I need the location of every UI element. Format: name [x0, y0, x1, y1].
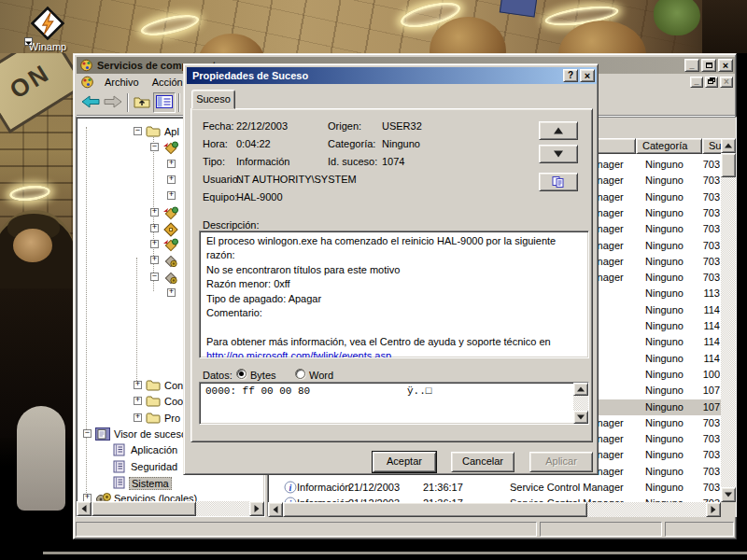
scroll-up-button[interactable] — [573, 383, 588, 396]
menu-archivo[interactable]: Archivo — [98, 75, 146, 90]
tree-expand-toggle[interactable]: − — [150, 273, 159, 281]
tree-expand-toggle[interactable]: + — [150, 224, 159, 232]
log-icon — [112, 443, 129, 457]
radio-bytes[interactable] — [236, 369, 247, 379]
tree-expand-toggle[interactable]: − — [83, 429, 92, 438]
scroll-down-button[interactable] — [573, 411, 588, 424]
wallpaper-artwork-top — [0, 0, 747, 53]
event-row[interactable]: iInformación21/12/200321:36:17Service Co… — [269, 496, 722, 502]
forward-button[interactable] — [102, 92, 124, 113]
cell-category: Ninguno — [645, 415, 684, 431]
cell-event-id: 703 — [683, 415, 720, 431]
tree-item[interactable]: Sistema — [77, 475, 264, 491]
hex-ascii: ÿ..□ — [407, 385, 431, 397]
close-button[interactable]: × — [718, 59, 733, 72]
status-section — [665, 522, 734, 537]
cell-event-id: 113 — [683, 286, 720, 301]
child-restore-button[interactable] — [705, 77, 718, 88]
dialog-titlebar[interactable]: Propiedades de Suceso ? × — [187, 67, 597, 84]
tree-expand-toggle[interactable]: + — [167, 160, 176, 168]
child-close-button[interactable]: × — [720, 77, 733, 88]
description-label: Descripción: — [203, 219, 260, 231]
field-label: Categoría: — [328, 138, 375, 149]
cell-category: Ninguno — [645, 173, 684, 189]
tree-expand-toggle[interactable]: + — [150, 208, 159, 217]
scroll-right-button[interactable] — [706, 502, 721, 517]
tree-expand-toggle[interactable]: + — [150, 256, 159, 264]
status-bar — [76, 520, 736, 539]
tree-expand-toggle[interactable]: − — [150, 143, 159, 151]
cell-date: 21/12/2003 — [348, 496, 400, 502]
event-category: Ninguno — [382, 138, 420, 149]
scroll-left-button[interactable] — [268, 502, 283, 517]
maximize-button[interactable] — [701, 59, 716, 72]
cell-category: Ninguno — [645, 431, 684, 447]
scrollbar-thumb[interactable] — [92, 501, 196, 516]
radio-bytes-label[interactable]: Bytes — [250, 370, 276, 381]
previous-event-button[interactable] — [539, 121, 578, 140]
radio-word[interactable] — [295, 369, 305, 379]
show-console-tree-button[interactable] — [153, 92, 176, 113]
scroll-right-button[interactable] — [249, 501, 264, 516]
field-label: Usuario: — [203, 174, 241, 185]
data-hex-box[interactable]: 0000: ff 00 00 80 ÿ..□ — [199, 382, 589, 425]
cell-event-id: 100 — [683, 367, 720, 383]
radio-word-label[interactable]: Word — [309, 370, 333, 381]
help-button[interactable]: ? — [563, 69, 578, 82]
tree-expand-toggle[interactable]: + — [134, 413, 142, 422]
dialog-close-button[interactable]: × — [580, 69, 595, 82]
cell-time: 21:36:17 — [423, 480, 463, 496]
cell-category: Ninguno — [645, 480, 684, 496]
description-box[interactable]: El proceso winlogon.exe ha comenzado el … — [199, 231, 589, 358]
event-row[interactable]: iInformación21/12/200321:36:17Service Co… — [269, 480, 722, 496]
list-horizontal-scrollbar[interactable] — [268, 502, 721, 517]
svg-text:i: i — [289, 483, 292, 493]
events-help-link[interactable]: http://go.microsoft.com/fwlink/events.as… — [206, 350, 391, 358]
tree-expand-toggle[interactable]: + — [167, 175, 176, 184]
cell-event-id: 114 — [683, 351, 720, 367]
accept-button[interactable]: Aceptar — [373, 452, 436, 472]
toolbar-separator — [127, 93, 128, 112]
tree-expand-toggle[interactable]: + — [83, 494, 92, 501]
tree-horizontal-scrollbar[interactable] — [77, 501, 264, 516]
description-line — [206, 320, 582, 334]
field-label: Tipo: — [203, 156, 225, 167]
event-computer: HAL-9000 — [236, 191, 283, 203]
hex-scrollbar[interactable] — [573, 383, 588, 424]
tree-expand-toggle[interactable]: + — [167, 288, 176, 297]
description-text: El proceso winlogon.exe ha comenzado el … — [206, 234, 582, 358]
apply-button[interactable]: Aplicar — [529, 452, 593, 472]
tab-suceso[interactable]: Suceso — [191, 90, 235, 109]
next-event-button[interactable] — [539, 145, 578, 163]
cell-category: Ninguno — [645, 254, 684, 270]
tree-expand-toggle[interactable]: − — [134, 127, 142, 135]
log-icon — [112, 460, 129, 474]
tree-expand-toggle[interactable]: + — [134, 397, 142, 405]
shortcut-arrow-icon — [24, 37, 33, 46]
scrollbar-thumb[interactable] — [283, 502, 587, 517]
appgray-icon — [162, 254, 179, 268]
copy-event-button[interactable] — [539, 173, 578, 191]
event-time: 0:04:22 — [236, 138, 271, 149]
wall-sign-text: ON — [5, 58, 56, 105]
minimize-button[interactable]: _ — [684, 59, 699, 72]
scroll-left-button[interactable] — [77, 501, 92, 516]
column-header[interactable]: Categoría — [636, 138, 702, 154]
tree-item[interactable]: +Servicios (locales) — [77, 491, 264, 501]
tree-expand-toggle[interactable]: + — [150, 240, 159, 248]
copy-icon — [551, 175, 566, 189]
child-minimize-button[interactable]: _ — [690, 77, 703, 88]
up-one-level-button[interactable] — [131, 92, 153, 113]
list-vertical-scrollbar[interactable] — [721, 138, 736, 502]
scroll-up-button[interactable] — [721, 138, 736, 153]
cancel-button[interactable]: Cancelar — [451, 452, 514, 472]
back-button[interactable] — [79, 92, 102, 113]
scrollbar-thumb[interactable] — [721, 153, 736, 177]
scroll-down-button[interactable] — [721, 487, 736, 502]
tree-expand-toggle[interactable]: + — [134, 381, 142, 389]
winamp-shortcut[interactable]: Winamp — [21, 6, 75, 52]
restore-icon — [708, 77, 715, 84]
description-line: Comentario: — [206, 306, 582, 320]
tree-expand-toggle[interactable]: + — [167, 191, 176, 200]
scrollbar-corner — [721, 502, 736, 517]
